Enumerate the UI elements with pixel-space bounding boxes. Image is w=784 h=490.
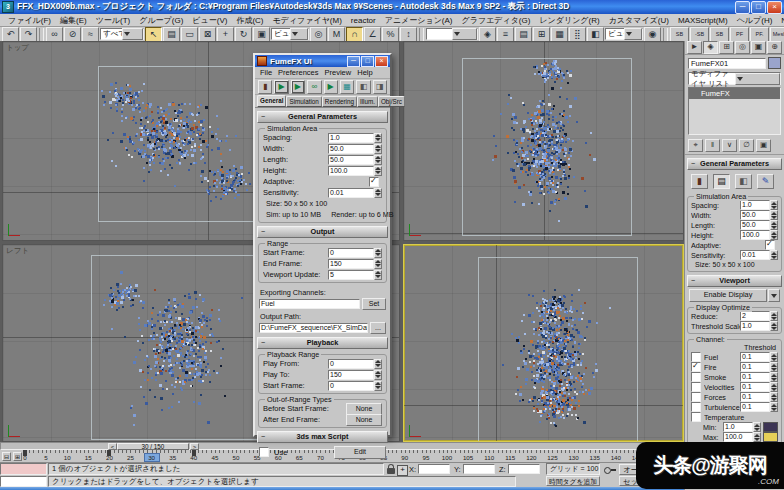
turbulence-spinner[interactable] — [770, 402, 778, 412]
menu-item-m[interactable]: モディファイヤ(M) — [269, 15, 346, 26]
play-to-spinner[interactable] — [374, 370, 382, 380]
set-channels-button[interactable]: Set — [362, 298, 386, 310]
menu-item-e[interactable]: 編集(E) — [56, 15, 91, 26]
load-settings-icon[interactable]: ◧ — [356, 80, 370, 94]
browse-path-button[interactable]: ... — [370, 322, 386, 334]
width-spinner[interactable] — [374, 144, 382, 154]
viewport-front[interactable] — [403, 41, 684, 241]
select-and-link-icon[interactable]: ∞ — [46, 27, 63, 42]
rollout-general-parameters[interactable]: General Parameters — [257, 111, 388, 123]
menu-item-g[interactable]: グループ(G) — [135, 15, 187, 26]
fumefx-tab-general[interactable]: General — [257, 95, 286, 107]
fuel-field[interactable]: 0.1 — [740, 352, 770, 362]
fuel-source-icon[interactable]: ▮ — [258, 80, 272, 94]
sensitivity-spinner[interactable] — [374, 188, 382, 198]
object-color-swatch[interactable] — [768, 57, 781, 69]
open-mini-curve-editor-icon[interactable]: ⊟ — [2, 452, 11, 461]
chevron-down-icon[interactable] — [290, 28, 308, 40]
display-tab-icon[interactable]: ▣ — [751, 41, 766, 54]
fumefx-menu-preview[interactable]: Preview — [323, 68, 354, 77]
next-frame-button[interactable]: > — [190, 443, 199, 450]
height-field[interactable]: 100.0 — [328, 166, 374, 176]
threshold-scale-spinner[interactable] — [770, 321, 778, 331]
sensitivity-field[interactable]: 0.01 — [328, 188, 374, 198]
render-setup-icon[interactable]: ◧ — [587, 27, 604, 42]
show-end-result-icon[interactable]: ‖ — [705, 139, 720, 152]
redo-icon[interactable]: ↷ — [20, 27, 37, 42]
temperature-checkbox[interactable] — [691, 412, 701, 422]
rollout-playback[interactable]: Playback — [257, 337, 388, 349]
fumefx-minimize-button[interactable]: ─ — [347, 56, 360, 67]
smoke-spinner[interactable] — [770, 372, 778, 382]
length-spinner[interactable] — [770, 220, 778, 230]
bind-to-space-warp-icon[interactable]: ≈ — [82, 27, 99, 42]
create-tab-icon[interactable]: ► — [687, 41, 702, 54]
modifier-list-combo[interactable]: モディファイヤ リスト — [688, 72, 781, 85]
viewport-update-spinner[interactable] — [374, 270, 382, 280]
rect-selection-region-icon[interactable]: ▭ — [181, 27, 198, 42]
pin-stack-icon[interactable]: ⌖ — [688, 139, 703, 152]
select-and-move-icon[interactable]: + — [217, 27, 234, 42]
min-color-swatch[interactable] — [763, 422, 778, 432]
continue-simulation-icon[interactable]: ▶ — [291, 80, 305, 94]
fumefx-menu-file[interactable]: File — [258, 68, 274, 77]
spacing-field[interactable]: 1.0 — [328, 133, 374, 143]
time-slider-handle[interactable]: 30 / 150 — [117, 443, 189, 450]
undo-icon[interactable]: ↶ — [2, 27, 19, 42]
sb-minus-icon[interactable]: -SB — [690, 27, 709, 42]
fumefx-titlebar[interactable]: FumeFX UI ─ □ × — [255, 55, 390, 67]
eraser-icon[interactable]: ✎ — [757, 174, 774, 189]
start-frame-spinner[interactable] — [374, 248, 382, 258]
end-frame-spinner[interactable] — [374, 259, 382, 269]
turbulence-field[interactable]: 0.1 — [740, 402, 770, 412]
length-spinner[interactable] — [374, 155, 382, 165]
forces-checkbox[interactable] — [691, 392, 701, 402]
viewport-label[interactable]: トップ — [6, 43, 29, 53]
spacing-field[interactable]: 1.0 — [740, 200, 770, 210]
percent-snap-icon[interactable]: % — [382, 27, 399, 42]
keyframe-marker[interactable] — [192, 450, 196, 456]
modifier-stack[interactable]: FumeFX — [688, 87, 781, 135]
smoke-checkbox[interactable] — [691, 372, 701, 382]
mirror-small-icon[interactable]: M — [328, 27, 345, 42]
chevron-down-icon[interactable] — [452, 28, 477, 40]
chevron-down-icon[interactable] — [122, 28, 143, 40]
adaptive-checkbox[interactable] — [765, 240, 775, 250]
preview-window-icon[interactable]: ▦ — [340, 80, 354, 94]
width-spinner[interactable] — [770, 210, 778, 220]
window-crossing-icon[interactable]: ⊠ — [199, 27, 216, 42]
previous-frame-button[interactable]: < — [108, 443, 117, 450]
length-field[interactable]: 50.0 — [328, 155, 374, 165]
rollout-3ds-max-script[interactable]: 3ds max Script — [257, 431, 388, 443]
selection-lock-icon[interactable] — [387, 468, 395, 474]
x-coord-field[interactable] — [418, 464, 450, 474]
material-editor-icon[interactable]: ⣿ — [569, 27, 586, 42]
velocities-spinner[interactable] — [770, 382, 778, 392]
menu-item-t[interactable]: ツール(T) — [92, 15, 135, 26]
motion-tab-icon[interactable]: ◎ — [735, 41, 750, 54]
max-color-swatch[interactable] — [763, 432, 778, 442]
utilities-tab-icon[interactable]: ⊕ — [767, 41, 782, 54]
menu-item-g[interactable]: グラフエディタ(G) — [458, 15, 535, 26]
length-field[interactable]: 50.0 — [740, 220, 770, 230]
width-field[interactable]: 50.0 — [328, 144, 374, 154]
absolute-mode-icon[interactable]: + — [397, 465, 408, 476]
select-by-name-icon[interactable]: ▤ — [163, 27, 180, 42]
use-pivot-point-icon[interactable]: ◎ — [310, 27, 327, 42]
velocities-field[interactable]: 0.1 — [740, 382, 770, 392]
selection-filter-combo[interactable]: すべて — [100, 28, 144, 40]
chevron-down-icon[interactable] — [624, 28, 642, 40]
export-params-icon[interactable]: ◧ — [735, 174, 752, 189]
menu-item-reactor[interactable]: reactor — [347, 16, 380, 25]
curve-editor-icon[interactable]: ⊞ — [533, 27, 550, 42]
y-coord-field[interactable] — [463, 464, 495, 474]
reduce-field[interactable]: 2 — [740, 311, 770, 321]
z-coord-field[interactable] — [508, 464, 540, 474]
render-type-combo[interactable]: ビュー — [605, 28, 643, 40]
menu-item-maxscript-m[interactable]: MAXScript(M) — [674, 16, 732, 25]
configure-modifier-sets-icon[interactable]: ▣ — [756, 139, 771, 152]
unlink-selection-icon[interactable]: ⊘ — [64, 27, 81, 42]
menu-item-c[interactable]: 作成(C) — [232, 15, 267, 26]
spacing-spinner[interactable] — [770, 200, 778, 210]
clipboard-icon[interactable]: ▤ — [713, 174, 730, 189]
